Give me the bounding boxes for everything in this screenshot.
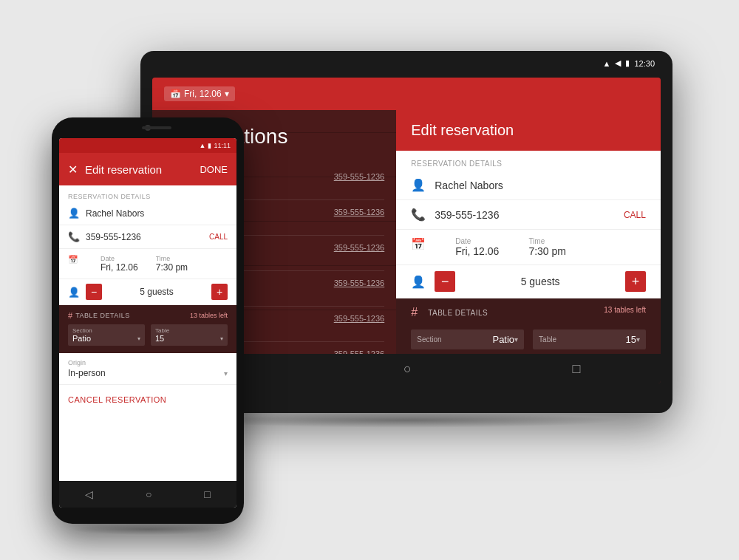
decrease-guests-button[interactable]: − xyxy=(86,284,102,300)
calendar-icon: 📅 xyxy=(68,255,80,273)
item-phone[interactable]: 359-555-1236 xyxy=(334,279,385,287)
phone-section-arrow: ▾ xyxy=(137,335,140,342)
tablet-table-header: # TABLE DETAILS 13 tables left xyxy=(411,306,646,324)
hash-icon: # xyxy=(411,306,418,319)
phone-tables-left: 13 tables left xyxy=(190,312,228,319)
phone-table-value: 15 xyxy=(155,334,164,343)
recents-button[interactable]: □ xyxy=(572,361,580,377)
guest-icon: 👤 xyxy=(411,275,426,289)
tablet-reservation-details-label: RESERVATION DETAILS xyxy=(396,151,661,171)
section-dropdown-arrow: ▾ xyxy=(514,335,518,344)
phone-back-button[interactable]: ◁ xyxy=(85,488,93,500)
phone-toolbar-title: Edit reservation xyxy=(85,163,192,176)
tablet-date-arrow: ▾ xyxy=(225,89,229,99)
tablet-table-dropdowns: Section Patio ▾ Table 15 xyxy=(411,329,646,349)
tablet-table-section: # TABLE DETAILS 13 tables left Section P… xyxy=(396,298,661,354)
phone-toolbar: ✕ Edit reservation DONE xyxy=(59,153,236,185)
time-value: 7:30 pm xyxy=(528,245,566,257)
phone-origin-section: Origin In-person ▾ xyxy=(59,353,236,385)
tablet-time-field: Time 7:30 pm xyxy=(528,237,566,257)
phone-origin-label: Origin xyxy=(68,359,228,366)
phone-battery-icon: ▮ xyxy=(208,142,211,149)
phone-section-dropdown[interactable]: Section Patio ▾ xyxy=(68,324,145,346)
phone-name-value: Rachel Nabors xyxy=(86,208,228,219)
item-phone[interactable]: 359-555-1236 xyxy=(334,314,385,323)
phone-table-dropdown[interactable]: Table 15 ▾ xyxy=(151,324,228,346)
person-icon: 👤 xyxy=(411,178,426,192)
phone-name-row: 👤 Rachel Nabors xyxy=(59,202,236,225)
tablet-guest-row: 👤 − 5 guests + xyxy=(396,265,661,298)
phone-icon: 📞 xyxy=(68,231,80,242)
phone-speaker xyxy=(142,126,171,129)
tablet-date-label: Fri, 12.06 xyxy=(184,89,222,99)
phone-section-label-dropdown: Section xyxy=(72,327,140,334)
home-button[interactable]: ○ xyxy=(403,361,412,377)
phone-icon: 📞 xyxy=(411,208,426,222)
item-phone[interactable]: 359-555-1236 xyxy=(334,208,385,216)
phone-home-button[interactable]: ○ xyxy=(146,488,151,500)
phone-call-button[interactable]: CALL xyxy=(209,233,228,241)
phone-guest-count: 5 guests xyxy=(102,287,211,297)
person-icon: 👤 xyxy=(68,208,80,219)
increase-guests-button[interactable]: + xyxy=(211,284,228,300)
phone-origin-value: In-person xyxy=(68,368,106,378)
hash-icon: # xyxy=(68,311,72,320)
guest-icon: 👤 xyxy=(68,287,80,298)
call-button[interactable]: CALL xyxy=(624,210,646,220)
tablet-name-row: 👤 Rachel Nabors xyxy=(396,171,661,200)
phone-section-label: RESERVATION DETAILS xyxy=(59,185,236,202)
tables-left-badge: 13 tables left xyxy=(604,306,646,324)
table-value: 15 xyxy=(626,334,636,345)
tablet-dialog-body: RESERVATION DETAILS 👤 Rachel Nabors 📞 35… xyxy=(396,151,661,354)
phone-time: 11:11 xyxy=(214,142,231,149)
phone-phone-value: 359-555-1236 xyxy=(86,232,203,242)
table-dropdown-arrow: ▾ xyxy=(636,335,640,344)
section-dropdown[interactable]: Section Patio ▾ xyxy=(411,329,524,349)
close-button[interactable]: ✕ xyxy=(68,163,78,177)
time-label: Time xyxy=(528,237,566,245)
table-dropdown[interactable]: Table 15 ▾ xyxy=(533,329,646,349)
phone-table-section: # TABLE DETAILS 13 tables left Section P… xyxy=(59,305,236,353)
tablet-battery-icon: ▮ xyxy=(625,58,630,68)
phone-date-label: Date xyxy=(101,255,138,262)
calendar-icon: 📅 xyxy=(411,237,426,257)
phone-time-value: 7:30 pm xyxy=(156,262,188,273)
tablet-date-row: 📅 Date Fri, 12.06 Time 7:30 pm xyxy=(396,230,661,265)
date-value: Fri, 12.06 xyxy=(455,245,499,257)
tablet-name-value: Rachel Nabors xyxy=(435,180,646,191)
phone-origin-row: In-person ▾ xyxy=(68,368,228,378)
tablet-date-field: Date Fri, 12.06 xyxy=(455,237,499,257)
done-button[interactable]: DONE xyxy=(200,164,228,175)
phone-date-row: 📅 Date Fri, 12.06 Time 7:30 pm xyxy=(59,249,236,279)
tablet-date-pill[interactable]: 📅 Fri, 12.06 ▾ xyxy=(164,86,235,101)
phone-status-icons: ▲ ▮ 11:11 xyxy=(200,142,231,149)
tablet-app-bar: 📅 Fri, 12.06 ▾ xyxy=(152,78,661,110)
phone-table-label-dropdown: Table xyxy=(155,327,223,334)
phone-table-arrow: ▾ xyxy=(220,335,223,342)
tablet-signal-icon: ▲ xyxy=(603,59,611,68)
tablet-wifi-icon: ◀ xyxy=(615,58,621,68)
phone-time-label: Time xyxy=(156,255,188,262)
decrease-guests-button[interactable]: − xyxy=(435,271,455,292)
tablet-phone-row: 📞 359-555-1236 CALL xyxy=(396,200,661,230)
phone-time-field: Time 7:30 pm xyxy=(156,255,188,273)
tablet-status-bar: ▲ ◀ ▮ 12:30 xyxy=(603,58,655,68)
phone-phone-row: 📞 359-555-1236 CALL xyxy=(59,225,236,249)
phone-section-value: Patio xyxy=(72,334,91,343)
phone-table-dropdowns: Section Patio ▾ Table 15 ▾ xyxy=(68,324,228,346)
tablet-dialog-title: Edit reservation xyxy=(411,122,646,139)
item-phone[interactable]: 359-555-1236 xyxy=(334,243,385,252)
phone-recents-button[interactable]: □ xyxy=(204,488,210,500)
section-dropdown-label: Section xyxy=(417,335,441,344)
phone-cancel-button[interactable]: CANCEL RESERVATION xyxy=(59,385,236,414)
phone-screen: ▲ ▮ 11:11 ✕ Edit reservation DONE RESERV… xyxy=(59,138,236,508)
tablet-dialog: Edit reservation RESERVATION DETAILS 👤 R… xyxy=(396,110,661,354)
item-phone[interactable]: 359-555-1236 xyxy=(334,172,385,181)
phone-date-field: Date Fri, 12.06 xyxy=(101,255,138,273)
tablet-dialog-header: Edit reservation xyxy=(396,110,661,151)
increase-guests-button[interactable]: + xyxy=(625,271,646,292)
phone-form-body: RESERVATION DETAILS 👤 Rachel Nabors 📞 35… xyxy=(59,185,236,481)
tablet-time: 12:30 xyxy=(634,59,655,68)
phone-date-value: Fri, 12.06 xyxy=(101,262,138,273)
phone-table-details-label: TABLE DETAILS xyxy=(75,312,130,319)
